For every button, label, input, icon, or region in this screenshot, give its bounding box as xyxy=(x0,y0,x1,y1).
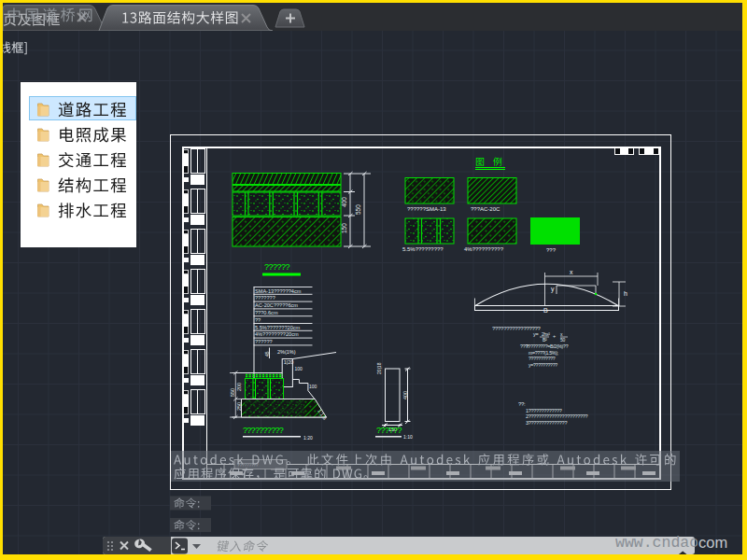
svg-text:45: 45 xyxy=(264,351,270,357)
svg-text:+: + xyxy=(553,333,556,339)
svg-text:100: 100 xyxy=(295,366,303,371)
svg-text:5.5%???????20cm: 5.5%???????20cm xyxy=(255,325,301,330)
svg-text:100: 100 xyxy=(309,384,317,389)
svg-text:y=: y= xyxy=(533,331,538,337)
svg-text:400: 400 xyxy=(341,197,347,207)
svg-text:B: B xyxy=(543,307,548,314)
svg-text:400: 400 xyxy=(402,391,408,399)
svg-text:y=??????????: y=?????????? xyxy=(529,362,557,368)
svg-text:x: x xyxy=(560,331,563,337)
svg-text:???0.6cm: ???0.6cm xyxy=(255,310,278,315)
svg-text:2%(1%): 2%(1%) xyxy=(277,349,296,355)
svg-text:??????: ?????? xyxy=(376,426,402,435)
svg-text:150: 150 xyxy=(341,223,347,233)
svg-text:20|18: 20|18 xyxy=(376,362,382,374)
svg-text:?????????=B/2(%)??: ?????????=B/2(%)?? xyxy=(526,343,569,349)
svg-text:??????????: ?????????? xyxy=(243,426,284,435)
svg-text:2???????????????????????: 2??????????????????????? xyxy=(526,413,587,419)
svg-text:???AC-20C: ???AC-20C xyxy=(471,206,500,212)
svg-text:2hx²: 2hx² xyxy=(542,331,550,337)
svg-text:250: 250 xyxy=(236,402,242,411)
svg-text:AC-20C?????6cm: AC-20C?????6cm xyxy=(255,302,298,308)
svg-text:4%????????20cm: 4%????????20cm xyxy=(255,331,299,337)
svg-text:550: 550 xyxy=(230,388,235,397)
svg-text:???????????: ??????????? xyxy=(529,356,556,361)
svg-text:1|20: 1|20 xyxy=(284,359,294,365)
svg-text:y: y xyxy=(551,286,555,293)
svg-text:??:: ??: xyxy=(518,401,526,407)
svg-text:m=????(1.5%);: m=????(1.5%); xyxy=(529,350,558,356)
svg-text:200: 200 xyxy=(236,383,242,391)
svg-text:1:20: 1:20 xyxy=(303,435,313,441)
svg-text:h: h xyxy=(624,290,627,297)
svg-text:??????SMA-13: ??????SMA-13 xyxy=(407,206,446,212)
svg-text:4%??????????: 4%?????????? xyxy=(464,246,504,252)
svg-text:??: ?? xyxy=(255,317,261,323)
svg-text:5.5%?????????: 5.5%????????? xyxy=(402,246,444,252)
svg-text:1?????????????: 1????????????? xyxy=(526,408,562,413)
svg-text:?????????????????: ????????????????? xyxy=(492,326,542,331)
svg-text:B²: B² xyxy=(543,337,547,343)
svg-text:SMA-13??????4cm: SMA-13??????4cm xyxy=(255,288,302,294)
svg-text:50: 50 xyxy=(560,337,565,343)
svg-text:x: x xyxy=(570,269,573,275)
svg-text:3???????????????: 3??????????????? xyxy=(526,420,567,426)
svg-text:??????: ?????? xyxy=(255,339,273,344)
svg-text:1:10: 1:10 xyxy=(403,434,413,440)
svg-text:???????: ??????? xyxy=(255,295,275,301)
svg-text:550: 550 xyxy=(355,204,361,215)
svg-text:??????: ?????? xyxy=(264,262,290,272)
svg-text:???: ??? xyxy=(546,247,557,253)
